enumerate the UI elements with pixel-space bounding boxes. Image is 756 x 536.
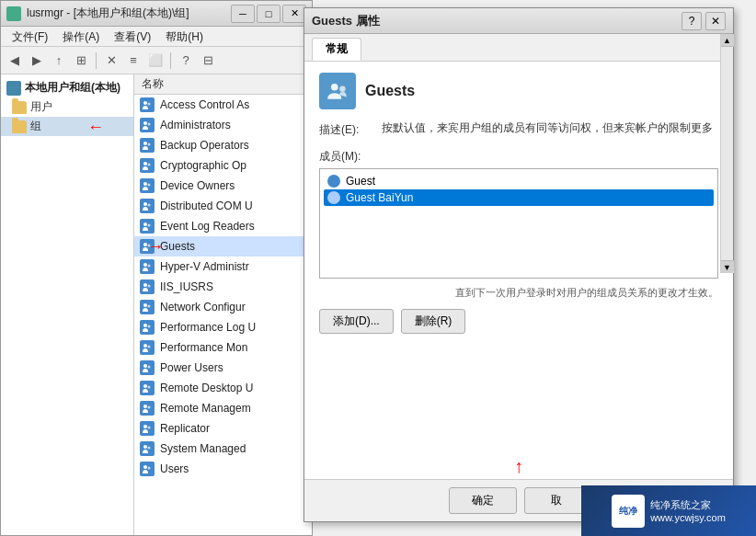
list-item-icon [140,320,155,335]
main-window: lusrmgr - [本地用户和组(本地)\组] ─ □ ✕ 文件(F) 操作(… [0,0,313,536]
svg-point-27 [148,366,151,369]
menu-action[interactable]: 操作(A) [55,29,107,44]
list-item-icon [140,340,155,355]
list-item-icon [140,199,155,213]
forward-button[interactable]: ▶ [27,51,47,71]
toolbar-sep2 [170,52,171,69]
export-button[interactable]: ⬜ [145,51,166,71]
svg-point-5 [148,143,151,146]
svg-point-17 [148,265,151,268]
remove-button[interactable]: 删除(R) [401,309,466,334]
list-item[interactable]: Hyper-V Administr [134,257,312,277]
svg-point-38 [331,84,338,91]
list-item[interactable]: Power Users [134,358,312,378]
list-item-label: Administrators [160,119,231,131]
svg-point-6 [143,162,147,165]
menu-bar: 文件(F) 操作(A) 查看(V) 帮助(H) [1,27,312,47]
list-item[interactable]: Backup Operators [134,135,312,155]
dialog-help-button[interactable]: ? [682,12,702,30]
dialog-body: Guests 描述(E): 按默认值，来宾用户组的成员有同等访问权，但来宾帐户的… [304,62,733,479]
list-item-label: System Managed [160,442,246,455]
list-item-label: Network Configur [160,301,246,314]
list-item[interactable]: Performance Mon [134,337,312,358]
properties-button[interactable]: ≡ [123,51,143,71]
list-item[interactable]: Distributed COM U [134,196,312,216]
list-item-label: Guests [160,240,195,253]
tab-general[interactable]: 常规 [312,38,361,61]
up-button[interactable]: ↑ [49,51,69,71]
sidebar-item-users[interactable]: 用户 [1,97,133,117]
view-button[interactable]: ⊟ [198,51,218,71]
ok-button[interactable]: 确定 [449,487,517,514]
list-item-label: Device Owners [160,179,235,192]
list-item-icon [140,118,155,132]
group-name: Guests [365,83,415,99]
member-name-guest-baiyun: Guest BaiYun [346,191,413,204]
list-item[interactable]: Remote Managem [134,398,312,418]
list-item[interactable]: IIS_IUSRS [134,277,312,297]
sidebar-root-label: 本地用户和组(本地) [25,80,120,96]
list-item-icon [140,97,155,112]
list-item-icon [140,401,155,416]
toolbar-sep1 [96,52,97,69]
menu-view[interactable]: 查看(V) [107,29,158,44]
svg-point-28 [143,384,147,388]
list-item[interactable]: Performance Log U [134,317,312,337]
show-hide-btn[interactable]: ⊞ [71,51,91,71]
list-header: 名称 [134,74,312,95]
list-item[interactable]: Replicator [134,418,312,439]
svg-point-26 [143,364,147,368]
root-icon [6,81,21,96]
add-button[interactable]: 添加(D)... [319,309,394,334]
member-icon-guest-baiyun [327,191,340,204]
help-button[interactable]: ? [176,51,196,71]
menu-help[interactable]: 帮助(H) [158,29,211,44]
list-item-label: Access Control As [160,98,249,111]
svg-point-29 [148,386,151,389]
branding-strip: 纯净 纯净系统之家 www.ycwjsy.com [581,485,756,536]
svg-point-34 [143,445,147,449]
sidebar-root[interactable]: 本地用户和组(本地) [1,78,133,97]
svg-point-16 [143,263,147,267]
dialog-close-button[interactable]: ✕ [705,12,726,30]
dialog-tabs: 常规 [304,34,733,62]
scroll-down-button[interactable]: ▼ [721,260,734,273]
list-item[interactable]: Access Control As [134,95,312,115]
menu-file[interactable]: 文件(F) [5,29,55,44]
main-title-bar: lusrmgr - [本地用户和组(本地)\组] ─ □ ✕ [1,1,312,27]
minimize-button[interactable]: ─ [231,5,255,23]
description-value: 按默认值，来宾用户组的成员有同等访问权，但来宾帐户的限制更多 [382,120,718,136]
list-item-icon [140,259,155,274]
arrow-indicator-2: → [147,237,164,257]
member-item-guest[interactable]: Guest [324,173,714,189]
brand-line2: www.ycwjsy.com [650,512,726,523]
app-icon [6,6,21,21]
maximize-button[interactable]: □ [257,5,281,23]
member-item-guest-baiyun[interactable]: Guest BaiYun [324,189,714,206]
list-item-icon [140,138,155,153]
list-item-label: IIS_IUSRS [160,280,213,293]
list-panel: 名称 Access Control AsAdministratorsBackup… [134,74,312,535]
list-item[interactable]: Remote Desktop U [134,378,312,398]
cancel-button[interactable]: 取 [524,487,589,514]
scroll-up-button[interactable]: ▲ [721,34,734,47]
dialog-scrollbar: ▲ ▼ [720,34,733,273]
list-item[interactable]: Administrators [134,115,312,135]
list-item[interactable]: Users [134,459,312,479]
sidebar-item-groups[interactable]: 组 [1,117,133,136]
list-item[interactable]: Cryptographic Op [134,155,312,176]
list-item[interactable]: Event Log Readers [134,216,312,236]
list-item[interactable]: System Managed [134,439,312,459]
svg-point-21 [148,305,151,308]
delete-button[interactable]: ✕ [101,51,121,71]
back-button[interactable]: ◀ [5,51,25,71]
svg-point-39 [339,86,346,93]
list-item-icon [140,178,155,193]
list-item[interactable]: Network Configur [134,297,312,317]
main-window-title: lusrmgr - [本地用户和组(本地)\组] [27,6,189,21]
list-item-label: Remote Desktop U [160,382,253,394]
svg-point-22 [143,324,147,327]
list-item[interactable]: Device Owners [134,176,312,196]
svg-point-36 [143,465,147,469]
svg-point-13 [148,224,151,227]
